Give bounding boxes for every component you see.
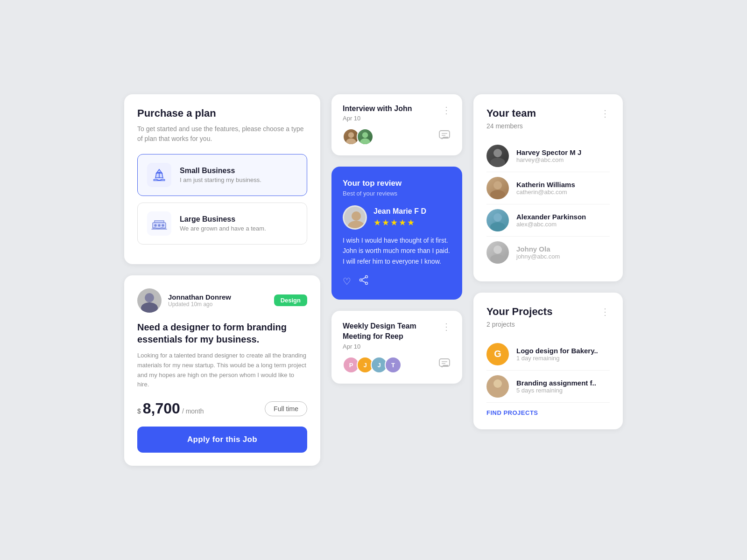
review-text: I wish I would have thought of it first.… (343, 235, 451, 266)
svg-point-33 (493, 245, 502, 254)
alexander-name: Alexander Parkinson (516, 213, 586, 221)
svg-point-17 (352, 211, 361, 221)
johny-email: johny@abc.com (516, 253, 560, 260)
svg-point-8 (162, 224, 164, 226)
projects-menu-icon[interactable]: ⋮ (600, 306, 610, 317)
harvey-email: harvey@abc.com (516, 156, 581, 163)
svg-point-36 (490, 388, 505, 398)
meeting-menu-icon[interactable]: ⋮ (442, 321, 451, 332)
interview-title: Interview with John (343, 105, 412, 113)
projects-card: Your Projects ⋮ 2 projects G Logo design… (473, 293, 623, 429)
team-member-katherin: Katherin Williams catherin@abc.com (486, 172, 610, 204)
interview-menu-icon[interactable]: ⋮ (442, 105, 451, 116)
svg-point-37 (145, 293, 154, 302)
team-title: Your team (486, 107, 536, 119)
salary-amount: 8,700 (143, 400, 180, 417)
meeting-date: Apr 10 (343, 343, 442, 350)
svg-line-22 (362, 278, 366, 280)
project-logo-remaining: 1 day remaining (516, 355, 598, 362)
svg-point-11 (346, 138, 356, 144)
job-card: Jonnathan Donrew Updated 10m ago Design … (124, 275, 320, 466)
team-menu-icon[interactable]: ⋮ (600, 108, 610, 119)
svg-rect-5 (155, 221, 164, 223)
project-logo-icon: G (486, 343, 509, 365)
right-column: Your team ⋮ 24 members Harvey Spector M … (473, 94, 623, 429)
team-member-alexander: Alexander Parkinson alex@abc.com (486, 204, 610, 237)
svg-point-10 (348, 132, 354, 138)
small-business-icon (147, 163, 171, 187)
review-share-button[interactable] (359, 275, 369, 287)
team-card: Your team ⋮ 24 members Harvey Spector M … (473, 94, 623, 281)
review-actions: ♡ (343, 275, 451, 287)
katherin-name: Katherin Williams (516, 181, 575, 189)
svg-point-34 (490, 254, 505, 264)
large-business-icon (147, 211, 171, 236)
small-business-name: Small Business (180, 167, 261, 175)
small-business-option[interactable]: Small Business I am just starting my bus… (137, 154, 307, 196)
svg-point-21 (366, 282, 368, 285)
svg-line-23 (362, 281, 366, 283)
interview-card: Interview with John Apr 10 ⋮ (331, 94, 462, 155)
harvey-name: Harvey Spector M J (516, 148, 581, 156)
projects-title: Your Projects (486, 306, 552, 318)
salary-period: / month (182, 407, 204, 415)
purchase-title: Purchase a plan (137, 107, 307, 119)
project-item-logo: G Logo design for Bakery.. 1 day remaini… (486, 338, 610, 371)
svg-point-30 (490, 190, 505, 199)
meeting-avatars: P J J T (343, 357, 399, 373)
svg-point-19 (366, 276, 368, 278)
project-branding-remaining: 5 days remaining (516, 387, 596, 394)
interview-chat-icon[interactable] (438, 129, 451, 145)
project-item-branding: Branding assignment f.. 5 days remaining (486, 371, 610, 403)
avatar-person2 (357, 128, 374, 145)
job-salary: $ 8,700 / month (137, 400, 204, 417)
katherin-avatar (486, 177, 509, 199)
job-poster-name: Jonnathan Donrew (168, 293, 231, 301)
svg-point-27 (493, 149, 502, 157)
large-business-desc: We are grown and have a team. (180, 225, 266, 232)
svg-point-13 (360, 138, 370, 144)
svg-point-35 (493, 379, 502, 388)
review-stars: ★★★★★ (374, 217, 426, 228)
johny-avatar (486, 241, 509, 264)
job-badge: Design (274, 294, 307, 306)
project-branding-name: Branding assignment f.. (516, 379, 596, 387)
job-poster-updated: Updated 10m ago (168, 301, 231, 308)
job-type-button[interactable]: Full time (265, 401, 307, 416)
middle-column: Interview with John Apr 10 ⋮ (331, 94, 462, 384)
katherin-email: catherin@abc.com (516, 189, 575, 196)
svg-point-32 (490, 222, 505, 231)
meeting-card: Weekly Design Team Meeting for Reep Apr … (331, 311, 462, 384)
large-business-name: Large Business (180, 215, 266, 224)
reviewer-avatar (343, 205, 367, 230)
job-header: Jonnathan Donrew Updated 10m ago Design (137, 288, 307, 313)
review-subheading: Best of your reviews (343, 190, 451, 197)
job-title: Need a designer to form branding essenti… (137, 321, 307, 345)
purchase-plan-card: Purchase a plan To get started and use t… (124, 94, 320, 264)
review-heading: Your top review (343, 179, 451, 188)
project-branding-avatar (486, 375, 509, 398)
svg-point-29 (493, 181, 502, 189)
svg-point-31 (493, 213, 502, 222)
project-logo-name: Logo design for Bakery.. (516, 347, 598, 355)
apply-button[interactable]: Apply for this Job (137, 427, 307, 453)
purchase-subtitle: To get started and use the features, ple… (137, 124, 307, 144)
meeting-avatar-4: T (385, 357, 402, 373)
johny-name: Johny Ola (516, 245, 560, 253)
reviewer-info: Jean Marie F D ★★★★★ (343, 205, 451, 230)
review-like-button[interactable]: ♡ (343, 275, 351, 287)
projects-count: 2 projects (486, 321, 610, 328)
team-member-count: 24 members (486, 122, 610, 130)
find-projects-button[interactable]: FIND PROJECTS (486, 409, 538, 416)
meeting-title: Weekly Design Team Meeting for Reep (343, 321, 442, 341)
review-card: Your top review Best of your reviews Jea… (331, 167, 462, 300)
job-description: Looking for a talented brand designer to… (137, 351, 307, 390)
svg-point-12 (362, 132, 368, 138)
svg-point-6 (155, 224, 156, 226)
large-business-option[interactable]: Large Business We are grown and have a t… (137, 203, 307, 245)
meeting-chat-icon[interactable] (438, 357, 451, 373)
interview-avatars (343, 128, 371, 145)
svg-point-18 (348, 221, 365, 230)
interview-date: Apr 10 (343, 115, 412, 122)
reviewer-name: Jean Marie F D (374, 207, 426, 216)
